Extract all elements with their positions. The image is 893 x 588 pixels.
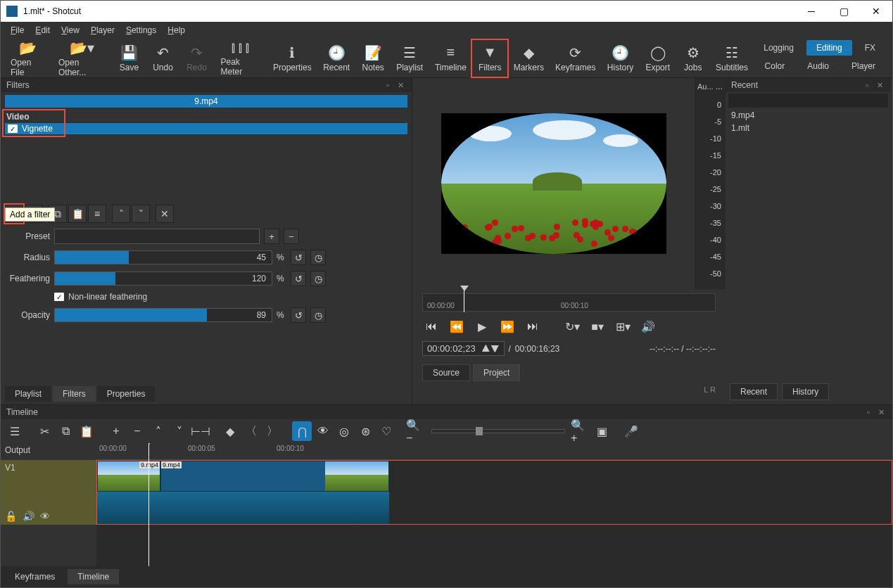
- close-button[interactable]: ✕: [860, 1, 892, 22]
- radius-keyframe-button[interactable]: ◷: [310, 250, 326, 265]
- filter-set-button[interactable]: ≡: [88, 205, 106, 223]
- snap-button[interactable]: ⋂: [292, 421, 312, 441]
- left-tab-filters[interactable]: Filters: [53, 386, 96, 402]
- scrub-button[interactable]: 👁: [313, 421, 333, 441]
- playback-ruler[interactable]: 00:00:00 00:00:10: [422, 293, 716, 312]
- toolbar-keyframes-button[interactable]: ⟳Keyframes: [550, 40, 601, 77]
- ripple-all-button[interactable]: ⊛: [355, 421, 375, 441]
- feathering-slider[interactable]: 120: [54, 271, 272, 286]
- menu-player[interactable]: Player: [85, 23, 120, 37]
- preset-remove-button[interactable]: −: [284, 229, 299, 244]
- toolbar-open-file-button[interactable]: 📂Open File: [4, 40, 51, 77]
- timeline-clip[interactable]: 9.mp4: [160, 461, 389, 492]
- move-filter-down-button[interactable]: ˅: [132, 205, 150, 223]
- opacity-keyframe-button[interactable]: ◷: [310, 307, 326, 323]
- loop-button[interactable]: ↻▾: [563, 317, 581, 335]
- layout-tab-color[interactable]: Color: [755, 58, 795, 74]
- preset-select[interactable]: [54, 229, 260, 244]
- toolbar-jobs-button[interactable]: ⚙Jobs: [676, 40, 710, 77]
- radius-reset-button[interactable]: ↺: [291, 250, 306, 265]
- append-button[interactable]: +: [106, 421, 126, 441]
- timeline-tracks[interactable]: 00:00:00 00:00:05 00:00:10 9.mp4 9.mp4: [96, 443, 892, 566]
- right-tab-history[interactable]: History: [782, 383, 829, 400]
- left-tab-playlist[interactable]: Playlist: [5, 386, 51, 402]
- zoom-fit-button[interactable]: ■▾: [588, 317, 607, 335]
- skip-end-button[interactable]: ⏭: [524, 317, 542, 335]
- left-tab-properties[interactable]: Properties: [97, 386, 156, 402]
- grid-button[interactable]: ⊞▾: [614, 317, 632, 335]
- toolbar-undo-button[interactable]: ↶Undo: [146, 40, 180, 77]
- volume-button[interactable]: 🔊: [639, 317, 657, 335]
- deselect-filter-button[interactable]: ✕: [156, 205, 174, 223]
- radius-slider[interactable]: 45: [54, 250, 272, 264]
- timeline-float-button[interactable]: ▫: [863, 407, 874, 418]
- track-mute-icon[interactable]: 🔊: [23, 511, 34, 522]
- lift-button[interactable]: ˄: [148, 421, 168, 441]
- overwrite-button[interactable]: ˅: [170, 421, 189, 441]
- filter-item-vignette[interactable]: ✓ Vignette: [5, 123, 407, 134]
- recent-panel-float[interactable]: ▫: [861, 79, 873, 91]
- toolbar-timeline-button[interactable]: ≡Timeline: [429, 40, 472, 77]
- layout-tab-audio[interactable]: Audio: [797, 58, 839, 74]
- bottom-tab-keyframes[interactable]: Keyframes: [5, 569, 65, 584]
- layout-tab-editing[interactable]: Editing: [806, 40, 852, 56]
- timeline-output-label[interactable]: Output: [1, 443, 96, 460]
- play-button[interactable]: ▶: [473, 317, 491, 335]
- timeline-clip[interactable]: 9.mp4: [97, 461, 160, 492]
- toolbar-notes-button[interactable]: 📝Notes: [356, 40, 391, 77]
- paste-button[interactable]: 📋: [77, 421, 96, 441]
- toolbar-save-button[interactable]: 💾Save: [113, 40, 146, 77]
- zoom-out-button[interactable]: 🔍−: [406, 421, 426, 441]
- toolbar-history-button[interactable]: 🕘History: [601, 40, 639, 77]
- fast-forward-button[interactable]: ⏩: [498, 317, 517, 335]
- track-lock-icon[interactable]: 🔓: [5, 511, 17, 522]
- toolbar-markers-button[interactable]: ◆Markers: [507, 40, 550, 77]
- right-tab-recent[interactable]: Recent: [730, 383, 778, 400]
- marker-button[interactable]: ◆: [220, 421, 240, 441]
- opacity-slider[interactable]: 89: [54, 308, 272, 322]
- opacity-reset-button[interactable]: ↺: [291, 307, 306, 323]
- toolbar-subtitles-button[interactable]: ☷Subtitles: [710, 40, 754, 77]
- menu-view[interactable]: View: [56, 23, 85, 37]
- zoom-in-button[interactable]: 🔍+: [571, 421, 590, 441]
- recent-item[interactable]: 9.mp4: [726, 109, 891, 122]
- toolbar-open-other-button[interactable]: 📂▾Open Other...: [51, 40, 112, 77]
- recent-item[interactable]: 1.mlt: [726, 122, 891, 134]
- zoom-fit-button[interactable]: ▣: [592, 421, 612, 441]
- cut-button[interactable]: ✂: [34, 421, 54, 441]
- maximize-button[interactable]: ▢: [828, 1, 860, 22]
- filter-enable-checkbox[interactable]: ✓: [8, 124, 18, 133]
- player-tab-project[interactable]: Project: [473, 364, 520, 381]
- minimize-button[interactable]: ─: [795, 1, 828, 22]
- player-tab-source[interactable]: Source: [422, 364, 470, 381]
- next-marker-button[interactable]: 〉: [262, 421, 282, 441]
- timeline-playhead[interactable]: [148, 443, 149, 566]
- split-button[interactable]: ⊢⊣: [191, 421, 210, 441]
- timeline-close-button[interactable]: ✕: [875, 407, 887, 418]
- track-hide-icon[interactable]: 👁: [40, 511, 50, 522]
- menu-settings[interactable]: Settings: [120, 23, 162, 37]
- skip-start-button[interactable]: ⏮: [422, 317, 441, 335]
- layout-tab-logging[interactable]: Logging: [754, 40, 804, 56]
- recent-panel-close[interactable]: ✕: [874, 79, 885, 91]
- layout-tab-player[interactable]: Player: [842, 58, 885, 74]
- current-time[interactable]: 00:00:02;23 ⯅⯆: [422, 341, 505, 356]
- paste-filter-button[interactable]: 📋: [68, 205, 87, 223]
- feathering-reset-button[interactable]: ↺: [291, 271, 306, 286]
- copy-button[interactable]: ⧉: [56, 421, 75, 441]
- toolbar-peak-meter-button[interactable]: ⫿⫿⫿Peak Meter: [214, 40, 268, 77]
- recent-search-input[interactable]: [728, 94, 888, 108]
- toolbar-export-button[interactable]: ◯Export: [640, 40, 676, 77]
- filter-clip-bar[interactable]: 9.mp4: [5, 95, 407, 108]
- timeline-menu-button[interactable]: ☰: [5, 421, 25, 441]
- preset-add-button[interactable]: +: [264, 229, 279, 244]
- track-header-v1[interactable]: V1 🔓 🔊 👁: [1, 460, 96, 525]
- toolbar-redo-button[interactable]: ↷Redo: [180, 40, 214, 77]
- prev-marker-button[interactable]: 〈: [241, 421, 261, 441]
- zoom-slider[interactable]: [431, 429, 565, 433]
- menu-file[interactable]: File: [5, 23, 30, 37]
- layout-tab-fx[interactable]: FX: [855, 40, 885, 56]
- bottom-tab-timeline[interactable]: Timeline: [68, 569, 119, 584]
- ripple-button[interactable]: ◎: [334, 421, 354, 441]
- panel-close-button[interactable]: ✕: [395, 79, 406, 91]
